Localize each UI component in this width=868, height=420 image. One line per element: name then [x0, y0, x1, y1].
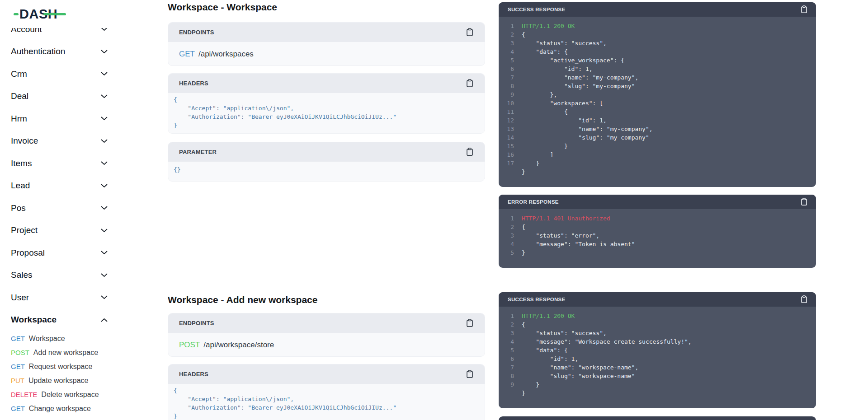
sidebar-item-label: Deal	[11, 91, 28, 101]
sidebar-item-workspace[interactable]: Workspace	[0, 309, 118, 331]
headers-code-block: { "Accept": "application\/json", "Author…	[168, 93, 485, 133]
chevron-down-icon	[101, 161, 108, 165]
response-code-block: 1HTTP/1.1 401 Unauthorized2{3 "status": …	[499, 209, 816, 268]
sidebar-subitem-add-new-workspace[interactable]: POST Add new workspace	[0, 345, 118, 359]
line-number: 13	[504, 125, 514, 133]
line-number: 7	[504, 363, 514, 372]
endpoint-method: POST	[179, 341, 200, 349]
sidebar-nav: Account Authentication Crm Deal Hrm Invo…	[0, 18, 118, 415]
sidebar-item-invoice[interactable]: Invoice	[0, 130, 118, 153]
code-line: 6 "id": 1,	[504, 355, 809, 363]
endpoint-path: /api/workspace/store	[203, 341, 274, 349]
http-method-badge: GET	[11, 405, 25, 412]
parameter-code-block: {}	[168, 162, 485, 181]
http-method-badge: GET	[11, 335, 25, 342]
line-number: 12	[504, 116, 514, 125]
sidebar-subitem-delete-workspace[interactable]: DELETE Delete workspace	[0, 387, 118, 401]
sidebar-item-proposal[interactable]: Proposal	[0, 242, 118, 264]
copy-button[interactable]	[801, 5, 807, 14]
copy-button[interactable]	[801, 295, 807, 303]
line-text: "message": "Workspace create successfull…	[514, 337, 692, 346]
sidebar-logo-header: DASH	[0, 0, 136, 28]
code-line: }	[174, 121, 476, 130]
card-title: ENDPOINTS	[179, 29, 214, 36]
sidebar-subitem-workspace[interactable]: GET Workspace	[0, 331, 118, 345]
sidebar-item-lead[interactable]: Lead	[0, 175, 118, 197]
line-text: }	[514, 389, 525, 397]
sidebar-item-user[interactable]: User	[0, 286, 118, 309]
dash-logo[interactable]: DASH	[14, 7, 57, 21]
line-text: HTTP/1.1 200 OK	[514, 312, 575, 320]
error-response-panel: ERROR RESPONSE 1HTTP/1.1 401 Unauthorize…	[499, 195, 816, 268]
line-number: 4	[504, 47, 514, 56]
sidebar-subitem-update-workspace[interactable]: PUT Update workspace	[0, 373, 118, 387]
line-number: 15	[504, 142, 514, 150]
chevron-down-icon	[101, 139, 108, 143]
sidebar-item-project[interactable]: Project	[0, 219, 118, 242]
code-line: 15 }	[504, 142, 809, 150]
sidebar-item-label: Sales	[11, 270, 33, 280]
line-text: },	[514, 90, 557, 99]
subitem-label: Request workspace	[29, 363, 93, 371]
sidebar-item-authentication[interactable]: Authentication	[0, 41, 118, 63]
code-line: {}	[174, 165, 476, 174]
subitem-label: Change workspace	[29, 405, 91, 413]
endpoint-method: GET	[179, 50, 195, 58]
code-line: "Authorization": "Bearer eyJ0eXAiOiJKV1Q…	[174, 112, 476, 121]
code-line: 8 "slug": "workspace-name"	[504, 372, 809, 380]
clipboard-icon	[466, 79, 473, 88]
sidebar-item-items[interactable]: Items	[0, 152, 118, 175]
subitem-label: Delete workspace	[41, 391, 99, 399]
sidebar-item-label: Lead	[11, 181, 30, 191]
subitem-label: Update workspace	[28, 377, 89, 385]
line-number: 2	[504, 223, 514, 231]
line-number: 5	[504, 248, 514, 257]
code-line: 3 "status": "error",	[504, 231, 809, 240]
http-method-badge: GET	[11, 363, 25, 370]
line-text: "data": {	[514, 346, 568, 355]
http-method-badge: PUT	[11, 377, 24, 384]
code-line: 5 "active_workspace": {	[504, 56, 809, 65]
copy-button[interactable]	[466, 319, 473, 327]
line-number: 7	[504, 73, 514, 82]
panel-header: SUCCESS RESPONSE	[499, 2, 816, 17]
copy-button[interactable]	[466, 148, 473, 156]
clipboard-icon	[801, 295, 807, 303]
line-text: "slug": "workspace-name"	[514, 372, 635, 380]
line-number: 4	[504, 240, 514, 248]
code-line: 12 "id": 1,	[504, 116, 809, 125]
code-line: 3 "status": "success",	[504, 39, 809, 47]
line-number: 2	[504, 30, 514, 39]
line-text: "id": 1,	[514, 65, 593, 73]
section-title: Workspace - Add new workspace	[168, 294, 485, 306]
line-number: 5	[504, 346, 514, 355]
line-number: 1	[504, 22, 514, 30]
sidebar-item-sales[interactable]: Sales	[0, 264, 118, 287]
copy-button[interactable]	[801, 198, 807, 206]
code-line: 1HTTP/1.1 200 OK	[504, 312, 809, 320]
line-text: {	[514, 223, 525, 231]
sidebar-item-label: Crm	[11, 69, 27, 79]
sidebar-subitem-request-workspace[interactable]: GET Request workspace	[0, 359, 118, 373]
code-line: 3 "status": "success",	[504, 329, 809, 337]
line-text: "active_workspace": {	[514, 56, 624, 65]
copy-button[interactable]	[466, 28, 473, 37]
copy-button[interactable]	[466, 370, 473, 378]
endpoint-path: /api/workspaces	[198, 50, 254, 58]
sidebar-item-crm[interactable]: Crm	[0, 63, 118, 85]
line-text: "name": "workspace-name",	[514, 363, 638, 372]
code-line: 1HTTP/1.1 401 Unauthorized	[504, 214, 809, 223]
line-text: }	[514, 168, 525, 176]
sidebar-item-label: Proposal	[11, 248, 45, 258]
line-number: 17	[504, 159, 514, 168]
copy-button[interactable]	[466, 79, 473, 88]
card-header: ENDPOINTS	[168, 23, 485, 42]
section-title: Workspace - Workspace	[168, 1, 485, 14]
sidebar-subitem-change-workspace[interactable]: GET Change workspace	[0, 401, 118, 415]
chevron-up-icon	[101, 318, 108, 322]
sidebar-item-pos[interactable]: Pos	[0, 197, 118, 219]
code-line: 2{	[504, 30, 809, 39]
sidebar-item-deal[interactable]: Deal	[0, 85, 118, 108]
clipboard-icon	[466, 148, 473, 156]
sidebar-item-hrm[interactable]: Hrm	[0, 107, 118, 130]
